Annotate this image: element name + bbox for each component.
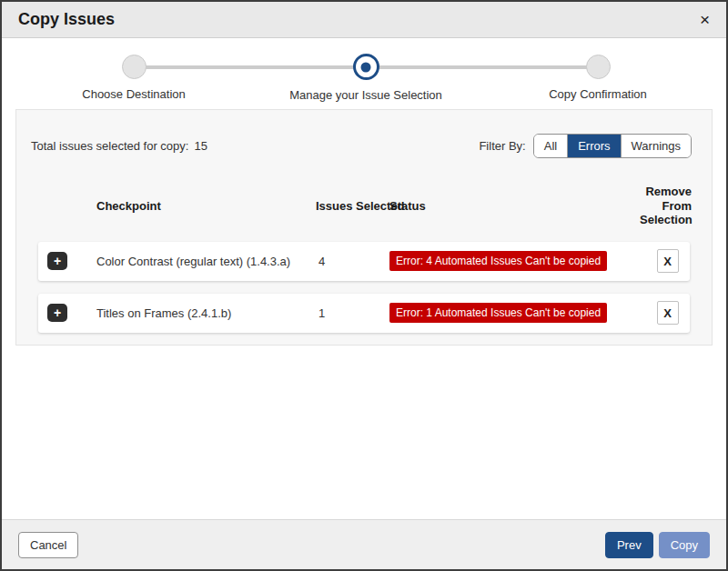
dialog-header: Copy Issues ×: [2, 2, 726, 38]
footer-actions: Prev Copy: [605, 532, 710, 558]
step-label: Manage your Issue Selection: [266, 88, 466, 102]
remove-cell: X: [640, 249, 695, 273]
expand-row-button[interactable]: +: [47, 252, 67, 270]
stepper: Choose Destination Manage your Issue Sel…: [2, 39, 726, 108]
expand-cell: +: [38, 304, 96, 322]
cancel-button[interactable]: Cancel: [18, 532, 78, 558]
remove-cell: X: [640, 301, 695, 325]
total-issues-value: 15: [194, 139, 207, 153]
copy-issues-dialog: Copy Issues × Choose Destination Manage …: [0, 0, 728, 571]
step-choose-destination: Choose Destination: [34, 39, 234, 101]
page-title: Copy Issues: [18, 10, 115, 29]
table-row: + Color Contrast (regular text) (1.4.3.a…: [38, 242, 690, 281]
checkpoint-name: Color Contrast (regular text) (1.4.3.a): [96, 255, 316, 268]
header-status: Status: [389, 199, 640, 213]
step-manage-issue-selection: Manage your Issue Selection: [266, 39, 466, 102]
remove-from-selection-button[interactable]: X: [657, 249, 679, 273]
error-status-badge: Error: 4 Automated Issues Can't be copie…: [389, 251, 607, 271]
filter-all-button[interactable]: All: [534, 135, 568, 157]
step-label: Copy Confirmation: [498, 87, 698, 101]
filter-warnings-button[interactable]: Warnings: [622, 135, 691, 157]
step-label: Choose Destination: [34, 87, 234, 101]
step-circle-icon: [122, 55, 147, 79]
prev-button[interactable]: Prev: [605, 532, 653, 558]
step-copy-confirmation: Copy Confirmation: [498, 39, 698, 101]
header-remove-from-selection: Remove From Selection: [640, 185, 695, 227]
dialog-footer: Cancel Prev Copy: [2, 519, 726, 569]
step-circle-active-icon: [353, 54, 379, 80]
issue-selection-panel: Total issues selected for copy: 15 Filte…: [15, 109, 713, 346]
status-cell: Error: 1 Automated Issues Can't be copie…: [389, 303, 640, 323]
checkpoint-name: Titles on Frames (2.4.1.b): [96, 306, 316, 320]
filter-errors-button[interactable]: Errors: [568, 135, 621, 157]
error-status-badge: Error: 1 Automated Issues Can't be copie…: [389, 303, 607, 323]
table-header-row: Checkpoint Issues Selected Status Remove…: [38, 185, 690, 227]
filter-group: Filter By: All Errors Warnings: [479, 134, 692, 158]
total-issues-label: Total issues selected for copy:: [31, 139, 188, 153]
header-checkpoint: Checkpoint: [96, 199, 316, 213]
panel-toolbar: Total issues selected for copy: 15 Filte…: [16, 110, 712, 158]
header-issues-selected: Issues Selected: [316, 199, 389, 213]
issues-selected-count: 1: [316, 306, 389, 320]
step-circle-icon: [586, 55, 611, 79]
copy-button[interactable]: Copy: [659, 532, 710, 558]
filter-segmented-control: All Errors Warnings: [533, 134, 692, 158]
checkpoint-table: Checkpoint Issues Selected Status Remove…: [38, 185, 690, 346]
remove-from-selection-button[interactable]: X: [657, 301, 679, 325]
filter-by-label: Filter By:: [479, 139, 525, 153]
table-row: + Titles on Frames (2.4.1.b) 1 Error: 1 …: [38, 294, 690, 333]
status-cell: Error: 4 Automated Issues Can't be copie…: [389, 251, 640, 271]
close-icon[interactable]: ×: [700, 11, 710, 28]
expand-row-button[interactable]: +: [47, 304, 67, 322]
expand-cell: +: [38, 252, 96, 270]
issues-selected-count: 4: [316, 255, 389, 268]
